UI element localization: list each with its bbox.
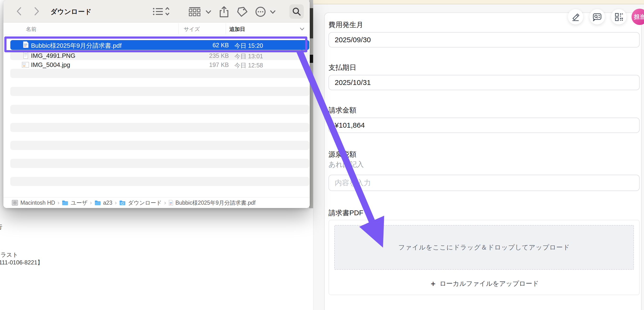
forward-button[interactable] [32,6,41,17]
file-row[interactable]: IMG_5004.jpg 197 KB 今日 12:58 [10,60,309,69]
path-item-selected-file[interactable]: Bubbic様2025年9月分請求書.pdf [168,199,256,207]
finder-toolbar: ダウンロード [3,0,310,22]
sort-chevron-down-icon[interactable] [299,27,305,31]
list-view-icon[interactable] [152,6,170,17]
background-window-scrollbar[interactable] [309,0,313,208]
dropzone-hint-text: ファイルをここにドラッグ＆ドロップしてアップロード [398,243,570,252]
expense-month-input[interactable] [328,32,640,47]
pdf-file-icon [168,200,173,206]
jpg-file-icon [22,62,29,68]
top-notification-bar [313,0,644,4]
path-item-users[interactable]: ユーザ [62,199,88,207]
field-label-invoice-amount: 請求金額 [328,106,356,115]
edit-button[interactable] [568,9,583,24]
field-label-expense-month: 費用発生月 [328,20,363,30]
clipped-background-text: ラスト [0,251,18,259]
more-options-icon[interactable] [254,6,281,18]
column-header-size[interactable]: サイズ [184,26,200,33]
path-bar: Macintosh HD › ユーザ › a23 › ダウンロード [3,197,310,208]
column-header-row: 名前 サイズ 追加日 [3,22,310,35]
path-item-home[interactable]: a23 [94,200,112,206]
folder-icon [94,200,101,206]
search-button[interactable] [289,4,304,19]
download-folder-icon [119,200,126,206]
withholding-tax-input[interactable] [328,175,640,191]
path-separator: › [115,199,117,206]
path-item-downloads[interactable]: ダウンロード [119,199,162,207]
clipped-background-text: 行 [0,223,2,231]
due-date-input[interactable] [328,75,640,90]
png-file-icon [23,52,28,59]
file-name: IMG_4991.PNG [31,52,76,59]
qr-code-button[interactable] [611,9,626,24]
path-separator: › [90,199,92,206]
upload-button-label: ローカルファイルをアップロード [440,279,539,288]
field-label-withholding-tax: 源泉税額 [328,150,356,159]
scrollbar-thumb [309,55,313,63]
pencil-icon [571,12,580,21]
column-header-name[interactable]: 名前 [26,26,36,33]
qr-code-icon [614,12,624,21]
file-size: 235 KB [169,52,229,59]
field-label-due-date: 支払期日 [328,63,356,72]
column-divider[interactable] [226,23,226,34]
annotation-highlight-rectangle [4,36,307,52]
window-title: ダウンロード [50,7,92,16]
hard-drive-icon [12,200,18,206]
invoice-amount-input[interactable] [328,118,640,133]
file-date-added: 今日 12:58 [234,61,263,69]
plus-icon: ＋ [429,279,437,289]
finder-window: ダウンロード [3,0,310,208]
file-size: 197 KB [169,61,229,68]
pdf-upload-card: ファイルをここにドラッグ＆ドロップしてアップロード ＋ ローカルファイルをアップ… [328,220,640,295]
document-search-icon [592,12,602,22]
share-icon[interactable] [218,6,230,18]
column-header-date-added[interactable]: 追加日 [229,26,245,33]
tag-icon[interactable] [236,6,248,18]
search-icon [292,7,301,16]
column-divider[interactable] [178,23,179,34]
upload-local-file-button[interactable]: ＋ ローカルファイルをアップロード [329,277,639,291]
path-separator: › [164,199,166,206]
file-name: IMG_5004.jpg [31,61,70,69]
folder-icon [62,200,68,206]
path-item-macintosh-hd[interactable]: Macintosh HD [12,200,55,206]
file-dropzone[interactable]: ファイルをここにドラッグ＆ドロップしてアップロード [334,225,634,270]
back-button[interactable] [15,6,24,17]
field-label-invoice-pdf: 請求書PDF [328,208,363,218]
empty-file-rows [10,69,309,195]
scrollbar-segment [309,8,313,38]
file-date-added: 今日 13:01 [234,52,263,60]
clipped-background-text: 111-0106-8221】 [0,259,43,266]
field-sublabel-withholding-tax: あれば記入 [328,160,364,169]
path-separator: › [58,199,59,206]
document-search-button[interactable] [590,9,605,24]
group-by-icon[interactable] [188,6,212,17]
